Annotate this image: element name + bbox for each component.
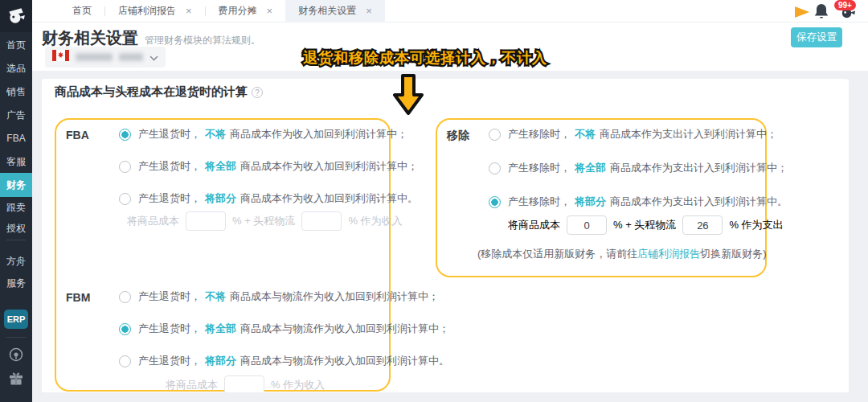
sidebar-item-erp[interactable]: ERP <box>4 310 28 329</box>
sidebar-item-ads[interactable]: 广告 <box>0 109 32 121</box>
removal-option-count-partial[interactable]: 产生移除时，将部分商品成本作为支出计入到利润计算中。 <box>489 192 788 211</box>
radio-button[interactable] <box>119 291 131 303</box>
bell-icon[interactable] <box>813 3 829 23</box>
sidebar: 首页 选品 销售 广告 FBA 客服 财务 跟卖 授权 方舟 服务 ERP <box>0 0 32 402</box>
app-logo[interactable] <box>0 0 32 32</box>
chevron-down-icon <box>149 50 158 64</box>
close-icon[interactable]: × <box>366 6 372 16</box>
group-label-removal: 移除 <box>447 129 469 143</box>
tab-label: 财务相关设置 <box>298 4 356 18</box>
annotation-down-arrow <box>392 74 424 119</box>
sidebar-item-fba[interactable]: FBA <box>0 132 32 145</box>
save-settings-button[interactable]: 保存设置 <box>791 27 842 47</box>
close-icon[interactable]: × <box>267 6 273 16</box>
removal-partial-formula: 将商品成本 % + 头程物流 % 作为支出 <box>508 215 784 235</box>
sidebar-item-services[interactable]: 服务 <box>0 277 32 289</box>
tab-shop-profit-report[interactable]: 店铺利润报告 × <box>105 0 205 23</box>
gift-icon[interactable] <box>9 371 23 386</box>
tab-label: 店铺利润报告 <box>118 4 176 18</box>
settings-card: 商品成本与头程成本在退货时的计算 ? FBA 产生退货时，不将商品成本作为收入加… <box>42 79 849 392</box>
tab-label: 费用分摊 <box>219 4 257 18</box>
fba-freight-percent-input[interactable] <box>301 211 342 231</box>
fba-partial-formula: 将商品成本 % + 头程物流 % 作为收入 <box>127 211 403 231</box>
redacted-account-name <box>119 53 143 61</box>
canada-flag-icon <box>52 50 69 64</box>
tab-finance-settings[interactable]: 财务相关设置 × <box>285 0 385 23</box>
fba-cost-percent-input[interactable] <box>186 211 226 231</box>
radio-button[interactable] <box>119 193 131 205</box>
annotation-text: 退货和移除成本可选择计入，不计入 <box>303 48 547 68</box>
fbm-cost-percent-input[interactable] <box>224 375 264 392</box>
fbm-option-add-all[interactable]: 产生退货时，将全部商品成本与物流作为收入加回到利润计算中； <box>119 319 449 338</box>
removal-note: (移除成本仅适用新版财务，请前往店铺利润报告切换新版财务) <box>477 247 767 261</box>
fbm-partial-formula: 将商品成本 % 作为收入 <box>166 375 325 392</box>
radio-button[interactable] <box>119 355 131 367</box>
sidebar-item-sales[interactable]: 销售 <box>0 85 32 98</box>
fba-fbm-settings-box: FBA 产生退货时，不将商品成本作为收入加回到利润计算中； 产生退货时，将全部商… <box>55 118 391 392</box>
sidebar-item-selection[interactable]: 选品 <box>0 62 32 75</box>
fba-option-add-partial[interactable]: 产生退货时，将部分商品成本作为收入加回到利润计算中。 <box>119 189 418 208</box>
sidebar-item-fangzhou[interactable]: 方舟 <box>0 255 32 268</box>
sidebar-divider <box>6 240 26 240</box>
removal-freight-percent-input[interactable] <box>682 215 723 235</box>
sidebar-item-finance[interactable]: 财务 <box>0 173 32 197</box>
close-icon[interactable]: × <box>186 6 192 16</box>
fba-option-not-add[interactable]: 产生退货时，不将商品成本作为收入加回到利润计算中； <box>119 125 407 144</box>
fbm-option-add-partial[interactable]: 产生退货时，将部分商品成本与物流作为收入加回到利润计算中。 <box>119 351 449 371</box>
radio-button[interactable] <box>489 196 501 208</box>
account-select[interactable] <box>45 47 166 68</box>
removal-cost-percent-input[interactable] <box>567 215 607 235</box>
redacted-account-name <box>76 53 113 61</box>
group-label-fba: FBA <box>66 129 89 142</box>
shop-profit-report-link[interactable]: 店铺利润报告 <box>637 248 700 260</box>
headset-icon[interactable] <box>9 347 23 362</box>
fbm-option-not-add[interactable]: 产生退货时，不将商品成本与物流作为收入加回到利润计算中； <box>119 287 439 306</box>
app-window: 首页 店铺利润报告 × 费用分摊 × 财务相关设置 × 99+ 财务相关设置 <box>0 0 868 402</box>
tab-fee-allocation[interactable]: 费用分摊 × <box>206 0 286 23</box>
sidebar-item-follow[interactable]: 跟卖 <box>0 201 32 214</box>
fba-option-add-all[interactable]: 产生退货时，将全部商品成本作为收入加回到利润计算中； <box>119 157 418 176</box>
page-subtitle: 管理财务模块的算法规则。 <box>145 34 260 47</box>
radio-button[interactable] <box>119 129 131 141</box>
sidebar-item-auth[interactable]: 授权 <box>0 222 32 235</box>
notification-badge: 99+ <box>834 0 856 10</box>
removal-settings-box: 移除 产生移除时，不将商品成本作为支出计入到利润计算中； 产生移除时，将全部商品… <box>436 118 767 277</box>
help-icon[interactable]: ? <box>252 87 263 98</box>
radio-button[interactable] <box>119 323 131 335</box>
sidebar-divider <box>6 337 26 338</box>
sidebar-item-service[interactable]: 客服 <box>0 155 32 168</box>
section-title-row: 商品成本与头程成本在退货时的计算 ? <box>55 84 263 100</box>
radio-button[interactable] <box>489 129 501 141</box>
sidebar-item-home[interactable]: 首页 <box>0 39 32 51</box>
tab-strip: 首页 店铺利润报告 × 费用分摊 × 财务相关设置 × 99+ <box>32 0 868 23</box>
group-label-fbm: FBM <box>66 291 90 304</box>
pennant-flag-icon[interactable] <box>794 6 810 22</box>
section-title: 商品成本与头程成本在退货时的计算 <box>55 84 248 100</box>
page-title: 财务相关设置 <box>42 27 138 49</box>
radio-button[interactable] <box>119 161 131 173</box>
removal-option-count-all[interactable]: 产生移除时，将全部商品成本作为支出计入到利润计算中； <box>489 158 788 178</box>
tab-label: 首页 <box>72 4 92 18</box>
radio-button[interactable] <box>489 162 501 174</box>
removal-option-not-count[interactable]: 产生移除时，不将商品成本作为支出计入到利润计算中； <box>489 125 777 144</box>
tab-home[interactable]: 首页 <box>59 0 104 23</box>
